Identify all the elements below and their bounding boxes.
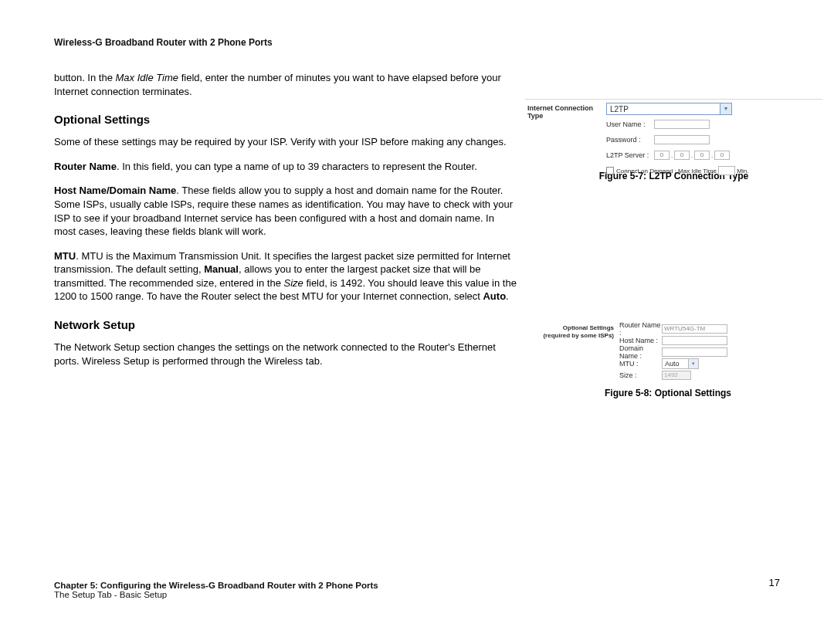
- username-label: User Name :: [606, 120, 654, 128]
- router-name-label: Router Name :: [619, 321, 662, 337]
- chevron-down-icon: ▾: [688, 359, 698, 368]
- username-input[interactable]: [654, 120, 710, 129]
- password-input[interactable]: [654, 135, 710, 144]
- domain-name-input[interactable]: [662, 347, 727, 357]
- intro-continuation: button. In the Max Idle Time field, ente…: [54, 71, 517, 98]
- optional-p3: Host Name/Domain Name. These fields allo…: [54, 184, 517, 238]
- figure-5-7: Internet Connection Type L2TP ▾ User Nam…: [525, 99, 822, 181]
- max-idle-time-input[interactable]: [718, 166, 735, 175]
- intro-pre: button. In the: [54, 72, 116, 83]
- router-name-term: Router Name: [54, 161, 117, 172]
- mtu-select-value: Auto: [665, 360, 680, 368]
- optional-p1: Some of these settings may be required b…: [54, 135, 517, 149]
- doc-header-title: Wireless-G Broadband Router with 2 Phone…: [54, 37, 273, 48]
- password-label: Password :: [606, 136, 654, 144]
- footer-section: The Setup Tab - Basic Setup: [54, 590, 780, 599]
- mtu-manual: Manual: [204, 263, 239, 275]
- network-setup-p: The Network Setup section changes the se…: [54, 341, 517, 368]
- internet-connection-type-label: Internet Connection Type: [527, 104, 605, 120]
- connection-type-value: L2TP: [610, 105, 629, 114]
- optional-settings-heading: Optional Settings: [54, 112, 517, 127]
- mtu-select[interactable]: Auto ▾: [662, 358, 699, 369]
- connect-on-demand-label: Connect on Demand : Max Idle Time: [616, 168, 717, 175]
- connect-on-demand-checkbox[interactable]: [606, 167, 614, 175]
- ip-seg-4[interactable]: 0: [714, 151, 730, 160]
- size-label: Size :: [619, 371, 662, 379]
- optional-p4: MTU. MTU is the Maximum Transmission Uni…: [54, 249, 517, 303]
- size-input: 1492: [662, 371, 691, 380]
- mtu-term: MTU: [54, 250, 76, 262]
- domain-name-label: Domain Name :: [619, 344, 662, 360]
- network-setup-heading: Network Setup: [54, 317, 517, 333]
- main-content: button. In the Max Idle Time field, ente…: [54, 71, 517, 378]
- mtu-t4: .: [506, 290, 509, 302]
- mtu-size-ital: Size: [283, 277, 303, 289]
- l2tp-server-label: L2TP Server :: [606, 151, 654, 159]
- min-label: Min.: [737, 168, 748, 175]
- router-name-desc: . In this field, you can type a name of …: [117, 161, 477, 172]
- footer-chapter: Chapter 5: Configuring the Wireless-G Br…: [54, 581, 378, 590]
- ip-seg-2[interactable]: 0: [674, 151, 690, 160]
- opt-left2: (required by some ISPs): [541, 332, 614, 340]
- mtu-auto: Auto: [483, 290, 506, 302]
- figure-5-8-panel: Optional Settings (required by some ISPs…: [541, 321, 795, 378]
- host-name-input[interactable]: [662, 336, 727, 345]
- host-name-label: Host Name :: [619, 337, 662, 344]
- ip-seg-1[interactable]: 0: [654, 151, 670, 160]
- figure-5-8: Optional Settings (required by some ISPs…: [541, 321, 795, 398]
- router-name-input[interactable]: WRTU54G-TM: [662, 324, 727, 334]
- mtu-label: MTU :: [619, 360, 662, 368]
- chevron-down-icon: ▾: [720, 103, 731, 114]
- optional-settings-panel-label: Optional Settings (required by some ISPs…: [541, 324, 614, 339]
- opt-left1: Optional Settings: [541, 324, 614, 332]
- intro-ital: Max Idle Time: [116, 72, 179, 83]
- hostdomain-term: Host Name/Domain Name: [54, 185, 176, 196]
- ip-seg-3[interactable]: 0: [694, 151, 710, 160]
- figure-5-7-panel: Internet Connection Type L2TP ▾ User Nam…: [525, 99, 822, 161]
- optional-p2: Router Name. In this field, you can type…: [54, 160, 517, 174]
- page-footer: Chapter 5: Configuring the Wireless-G Br…: [54, 581, 780, 599]
- connection-type-select[interactable]: L2TP ▾: [606, 103, 732, 115]
- figure-5-8-caption: Figure 5-8: Optional Settings: [541, 388, 795, 398]
